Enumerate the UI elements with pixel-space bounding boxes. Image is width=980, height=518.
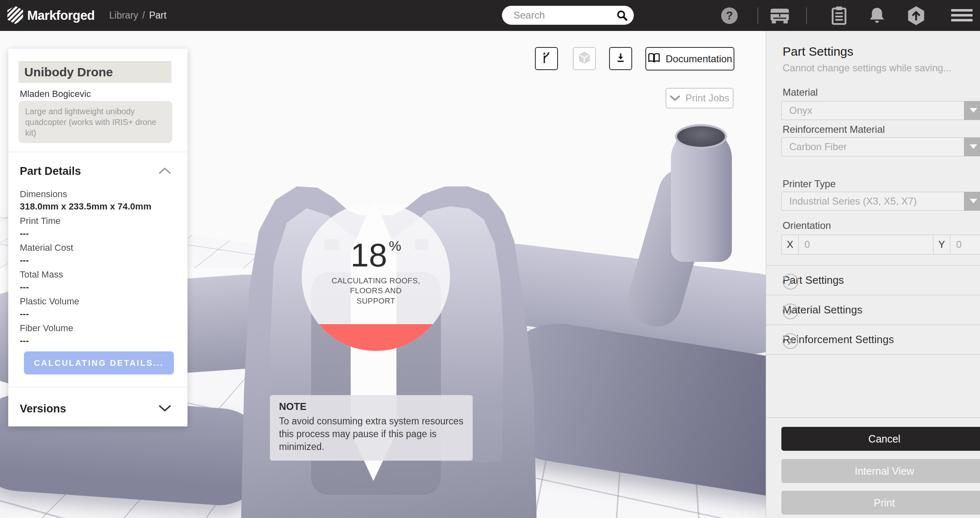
panel-divider — [766, 417, 980, 418]
chevron-right-circle-icon[interactable] — [783, 304, 798, 319]
orientation-inputs: X Y Z — [781, 235, 980, 254]
dropdown-arrow-icon — [964, 137, 980, 156]
printer-type-dropdown: Industrial Series (X3, X5, X7) — [781, 192, 980, 211]
documentation-label: Documentation — [666, 53, 732, 65]
detail-row-dimensions: Dimensions 318.0mm x 233.5mm x 74.0mm — [20, 189, 176, 212]
detail-label: Material Cost — [20, 243, 176, 253]
topbar-divider — [757, 7, 758, 24]
download-button[interactable] — [609, 47, 632, 70]
topbar: Markforged Library / Part ? — [0, 0, 980, 31]
axis-y-label: Y — [933, 235, 950, 254]
detail-value: --- — [20, 255, 176, 266]
motor-pod-opening — [675, 124, 727, 149]
material-dropdown: Onyx — [781, 101, 980, 120]
part-info-card: Unibody Drone Mladen Bogicevic Large and… — [8, 49, 188, 426]
eiger-part-page: 18% CALCULATING ROOFS, FLOORS AND SUPPOR… — [0, 0, 980, 518]
dropdown-arrow-icon — [964, 192, 980, 211]
section-label: Reinforcement Settings — [783, 333, 894, 346]
note-title: NOTE — [279, 401, 464, 412]
download-icon — [614, 52, 627, 66]
orientation-x-input[interactable] — [799, 235, 933, 254]
section-material-settings[interactable]: Material Settings — [766, 295, 980, 324]
orientation-y-input[interactable] — [950, 235, 980, 254]
note-box: NOTE To avoid consuming extra system res… — [270, 395, 473, 461]
card-divider — [8, 152, 188, 152]
brand-name: Markforged — [27, 8, 95, 23]
detail-value: --- — [20, 228, 176, 239]
clipboard-icon[interactable] — [830, 6, 848, 27]
detail-label: Print Time — [20, 216, 176, 226]
part-settings-panel: Part Settings Cannot change settings whi… — [766, 31, 980, 518]
chevron-down-icon — [670, 92, 680, 104]
print-jobs-button: Print Jobs — [666, 88, 734, 108]
dropdown-arrow-icon — [964, 101, 980, 120]
fork-version-button[interactable] — [535, 47, 558, 70]
part-title[interactable]: Unibody Drone — [19, 61, 171, 83]
detail-row-material-cost: Material Cost --- — [20, 243, 176, 266]
axis-x-label: X — [782, 235, 799, 254]
bell-icon[interactable] — [868, 6, 886, 26]
reinforcement-material-value: Carbon Fiber — [782, 138, 980, 155]
chevron-right-circle-icon[interactable] — [783, 274, 798, 290]
reinforcement-material-label: Reinforcement Material — [783, 124, 885, 135]
versions-heading[interactable]: Versions — [20, 403, 66, 415]
detail-label: Dimensions — [20, 189, 176, 200]
breadcrumb-separator: / — [142, 10, 145, 21]
printer-type-label: Printer Type — [783, 178, 836, 190]
orientation-label: Orientation — [783, 220, 831, 231]
orientation-y-group: Y — [933, 235, 980, 254]
documentation-button[interactable]: Documentation — [645, 47, 734, 71]
calculating-details-button: CALCULATING DETAILS... — [24, 351, 174, 374]
cancel-button[interactable]: Cancel — [781, 427, 980, 451]
note-body: To avoid consuming extra system resource… — [279, 415, 464, 453]
detail-label: Fiber Volume — [20, 323, 176, 334]
panel-subtitle: Cannot change settings while saving... — [783, 62, 952, 74]
panel-divider — [766, 354, 980, 355]
branch-icon — [540, 51, 553, 66]
breadcrumb-library[interactable]: Library — [109, 10, 138, 21]
search-input[interactable] — [502, 6, 634, 25]
section-part-settings[interactable]: Part Settings — [766, 266, 980, 294]
detail-row-total-mass: Total Mass --- — [20, 269, 176, 292]
detail-value: 318.0mm x 233.5mm x 74.0mm — [20, 201, 176, 212]
internal-view-cube-button — [573, 47, 596, 70]
chevron-up-icon[interactable] — [159, 167, 171, 176]
markforged-logo[interactable]: Markforged — [7, 5, 95, 26]
detail-value: --- — [20, 335, 176, 346]
print-jobs-label: Print Jobs — [685, 92, 729, 104]
markforged-hex-icon — [7, 5, 24, 26]
detail-value: --- — [20, 282, 176, 292]
progress-status-text: CALCULATING ROOFS, FLOORS AND SUPPORT — [331, 276, 421, 306]
percent-sign: % — [389, 238, 401, 254]
printer-icon[interactable] — [770, 7, 790, 26]
breadcrumb-part: Part — [149, 10, 166, 21]
upload-hex-icon[interactable] — [907, 5, 926, 28]
topbar-divider — [806, 7, 807, 24]
detail-value: --- — [20, 308, 176, 319]
menu-icon[interactable] — [951, 9, 973, 24]
panel-title: Part Settings — [783, 45, 853, 59]
detail-row-plastic-volume: Plastic Volume --- — [20, 296, 176, 319]
material-value: Onyx — [782, 101, 980, 119]
part-description[interactable]: Large and lightweight unibody quadcopter… — [19, 101, 172, 143]
printer-type-value: Industrial Series (X3, X5, X7) — [782, 192, 980, 210]
search-box — [502, 6, 634, 25]
slicing-progress-indicator: 18% CALCULATING ROOFS, FLOORS AND SUPPOR… — [302, 202, 450, 351]
chevron-down-icon[interactable] — [159, 405, 171, 413]
search-icon[interactable] — [616, 9, 628, 23]
reinforcement-material-dropdown: Carbon Fiber — [781, 137, 980, 156]
print-button: Print — [781, 491, 980, 515]
detail-row-fiber-volume: Fiber Volume --- — [20, 323, 176, 346]
card-divider — [8, 387, 188, 387]
orientation-x-group: X — [782, 235, 933, 254]
internal-view-button: Internal View — [781, 459, 980, 483]
detail-label: Plastic Volume — [20, 296, 176, 307]
part-author: Mladen Bogicevic — [20, 89, 91, 99]
book-icon — [647, 52, 661, 66]
section-reinforcement-settings[interactable]: Reinforcement Settings — [766, 325, 980, 354]
chevron-right-circle-icon[interactable] — [783, 333, 798, 349]
cube-icon — [577, 50, 592, 67]
breadcrumb: Library / Part — [109, 10, 166, 21]
help-icon[interactable]: ? — [721, 7, 738, 24]
detail-row-print-time: Print Time --- — [20, 216, 176, 239]
